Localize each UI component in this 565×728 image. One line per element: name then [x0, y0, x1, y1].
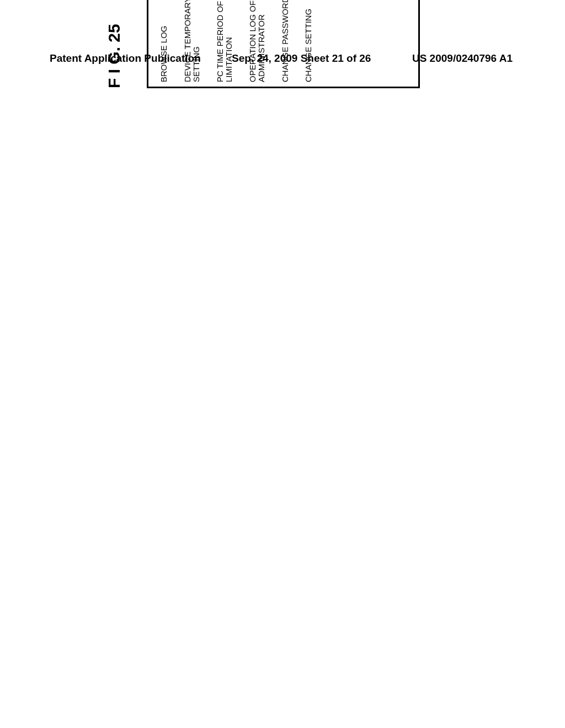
sidebar-item-change-password[interactable]: CHANGE PASSWORD [281, 0, 290, 82]
sidebar-item-browse-log[interactable]: BROWSE LOG [159, 0, 169, 82]
sidebar-item-label: CHANGE SETTING [304, 9, 313, 82]
sidebar-item-operation-log-admin[interactable]: OPERATION LOG OF ADMINISTRATOR [248, 0, 266, 82]
sidebar-item-label: PC TIME PERIOD OF USE LIMITATION [216, 0, 234, 82]
sidebar-item-label: OPERATION LOG OF ADMINISTRATOR [248, 0, 266, 82]
sidebar-item-device-temporary-setting[interactable]: DEVICE TEMPORARY SETTING [183, 0, 201, 82]
sidebar-item-label: BROWSE LOG [159, 25, 169, 82]
sidebar-item-label: DEVICE TEMPORARY SETTING [183, 0, 201, 82]
sidebar-item-pc-time-limitation[interactable]: PC TIME PERIOD OF USE LIMITATION [216, 0, 234, 82]
sidebar-menu: BROWSE LOG DEVICE TEMPORARY SETTING PC T… [148, 0, 418, 87]
sidebar-item-change-setting[interactable]: CHANGE SETTING [304, 0, 313, 82]
figure-label: F I G. 25 [105, 0, 124, 88]
main-window: BROWSE LOG DEVICE TEMPORARY SETTING PC T… [147, 0, 420, 88]
figure-container: F I G. 25 CURRENT LOGIN USER NAME : admi… [105, 0, 491, 88]
sidebar-item-label: CHANGE PASSWORD [281, 0, 290, 82]
